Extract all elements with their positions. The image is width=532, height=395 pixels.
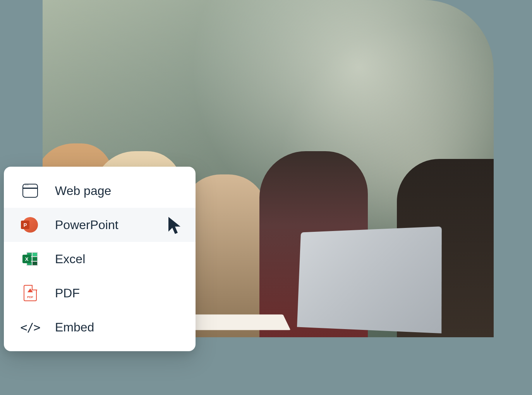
- browser-icon: [22, 182, 39, 199]
- menu-label: Embed: [55, 320, 94, 335]
- laptop-prop: [297, 226, 442, 333]
- menu-item-webpage[interactable]: Web page: [4, 174, 196, 208]
- menu-item-embed[interactable]: </> Embed: [4, 310, 196, 344]
- excel-icon: X: [22, 250, 39, 267]
- menu-item-excel[interactable]: X Excel: [4, 242, 196, 276]
- pdf-icon: PDF: [22, 285, 39, 302]
- export-menu: Web page P PowerPoint X Excel: [4, 167, 196, 351]
- menu-item-powerpoint[interactable]: P PowerPoint: [4, 208, 196, 242]
- menu-label: PowerPoint: [55, 218, 118, 232]
- menu-label: PDF: [55, 286, 80, 300]
- menu-item-pdf[interactable]: PDF PDF: [4, 276, 196, 310]
- menu-label: Web page: [55, 184, 111, 198]
- embed-icon: </>: [22, 319, 39, 336]
- cursor-icon: [168, 216, 184, 238]
- menu-label: Excel: [55, 252, 85, 266]
- powerpoint-icon: P: [22, 216, 39, 233]
